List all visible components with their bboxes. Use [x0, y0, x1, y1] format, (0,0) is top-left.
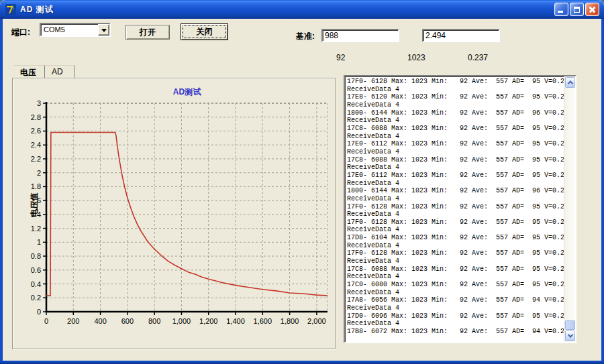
svg-text:0.8: 0.8: [31, 252, 41, 260]
svg-text:1,000: 1,000: [172, 317, 191, 325]
reference-label: 基准:: [296, 31, 315, 42]
port-label: 端口:: [11, 27, 30, 38]
chevron-up-icon: [567, 80, 572, 86]
scroll-up-button[interactable]: [565, 77, 575, 88]
svg-text:3: 3: [37, 99, 41, 107]
svg-text:1,600: 1,600: [254, 317, 272, 325]
app-icon: [5, 3, 17, 15]
svg-text:1.8: 1.8: [31, 182, 41, 190]
svg-text:2.6: 2.6: [31, 127, 41, 135]
chart-panel: AD测试 电压值 00.20.40.60.811.21.41.61.822.22…: [12, 78, 336, 349]
scroll-down-button[interactable]: [565, 330, 575, 341]
svg-text:1,200: 1,200: [199, 317, 218, 325]
reference-value-field[interactable]: [321, 29, 399, 42]
svg-text:0.4: 0.4: [31, 280, 41, 288]
scrollbar-thumb[interactable]: [565, 320, 575, 330]
minimize-button[interactable]: [554, 3, 568, 16]
voltage-chart: 00.20.40.60.811.21.41.61.822.22.42.62.83…: [13, 78, 336, 350]
minimize-icon: [558, 11, 563, 13]
chevron-down-icon: [567, 332, 572, 337]
port-dropdown-button[interactable]: [98, 24, 109, 36]
port-selected-value: COM5: [44, 25, 65, 34]
svg-text:1.4: 1.4: [31, 210, 41, 219]
window-title: AD 测试: [20, 4, 54, 15]
readout-volt: 0.237: [468, 53, 488, 62]
maximize-button[interactable]: [570, 3, 584, 16]
maximize-icon: [574, 7, 580, 13]
readout-min: 92: [336, 53, 345, 62]
svg-text:2.4: 2.4: [31, 141, 41, 149]
log-text: 17F0- 6128 Max: 1023 Min: 92 Ave: 557 AD…: [347, 78, 562, 336]
svg-text:0: 0: [37, 308, 41, 316]
svg-text:2: 2: [37, 169, 41, 177]
close-button[interactable]: [585, 3, 599, 16]
svg-text:2,000: 2,000: [307, 317, 326, 325]
window-border-bottom: [0, 361, 604, 364]
svg-text:600: 600: [121, 317, 134, 325]
svg-text:1.6: 1.6: [31, 196, 41, 204]
open-button[interactable]: 打开: [125, 25, 170, 40]
close-port-button[interactable]: 关闭: [181, 23, 228, 40]
log-scrollbar[interactable]: [564, 76, 575, 342]
title-bar[interactable]: AD 测试: [0, 0, 604, 19]
chevron-down-icon: [101, 29, 107, 32]
app-window: AD 测试 端口: COM5 打开 关闭 基准: 92 1023 0.237 电…: [0, 0, 604, 364]
reference-voltage-field[interactable]: [422, 29, 500, 42]
tab-ad[interactable]: AD: [45, 65, 74, 78]
readout-max: 1023: [407, 53, 425, 62]
svg-text:0.6: 0.6: [31, 266, 41, 274]
svg-text:2.2: 2.2: [31, 155, 41, 163]
svg-text:0: 0: [44, 317, 48, 325]
titlebar-buttons: [554, 3, 599, 16]
svg-text:1,400: 1,400: [226, 317, 245, 325]
svg-text:800: 800: [148, 317, 160, 325]
window-border-left: [0, 16, 3, 364]
svg-text:400: 400: [94, 317, 106, 325]
port-select[interactable]: COM5: [40, 23, 111, 37]
svg-text:1: 1: [37, 238, 41, 246]
tab-voltage[interactable]: 电压: [13, 65, 45, 78]
svg-text:200: 200: [67, 317, 79, 325]
svg-text:1.2: 1.2: [31, 225, 41, 233]
svg-text:2.8: 2.8: [31, 113, 41, 121]
tab-strip: 电压 AD: [13, 65, 74, 78]
log-textbox[interactable]: 17F0- 6128 Max: 1023 Min: 92 Ave: 557 AD…: [344, 75, 576, 343]
window-border-right: [601, 16, 604, 364]
svg-text:1,800: 1,800: [281, 317, 299, 325]
svg-text:0.2: 0.2: [31, 294, 41, 302]
